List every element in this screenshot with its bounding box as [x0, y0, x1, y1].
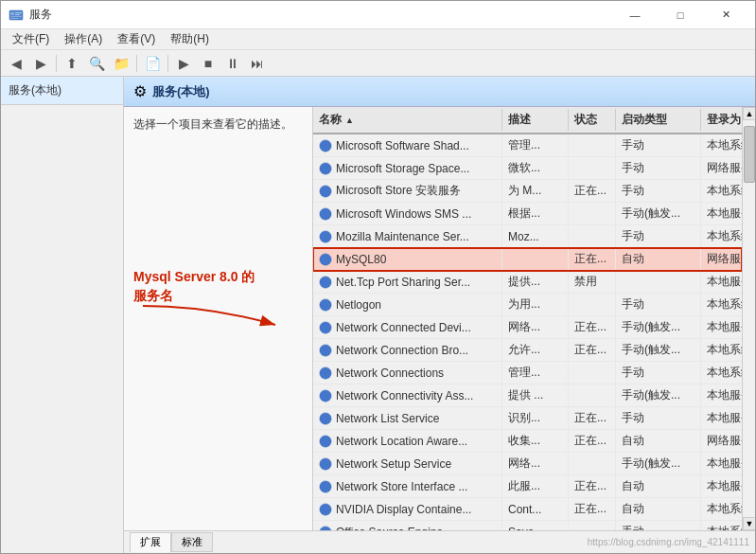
- service-login: 本地系统: [701, 498, 742, 520]
- col-desc[interactable]: 描述: [502, 109, 569, 131]
- title-bar-left: 服务: [9, 7, 52, 23]
- table-row[interactable]: Network Connectivity Ass...提供 ...手动(触发..…: [313, 384, 742, 407]
- service-desc: 根据...: [502, 203, 569, 224]
- back-button[interactable]: ◀: [5, 53, 27, 74]
- service-icon: [319, 503, 332, 516]
- pause-button[interactable]: ⏸: [221, 53, 244, 74]
- service-status: [569, 203, 616, 224]
- search-button[interactable]: 🔍: [85, 53, 108, 74]
- forward-button[interactable]: ▶: [29, 53, 52, 74]
- service-login: 本地系统: [701, 180, 742, 202]
- service-name: Microsoft Store 安装服务: [313, 180, 502, 202]
- table-row[interactable]: Network Connection Bro...允许...正在...手动(触发…: [313, 339, 742, 362]
- service-desc: Cont...: [502, 498, 569, 520]
- main-area: 服务(本地) ⚙ 服务(本地) 选择一个项目来查看它的描述。 Mysql Ser…: [1, 77, 755, 553]
- col-name[interactable]: 名称 ▲: [313, 109, 502, 131]
- service-status: 正在...: [569, 498, 616, 520]
- annotation-arrow: [133, 296, 285, 353]
- play-button[interactable]: ▶: [172, 53, 195, 74]
- col-startup[interactable]: 启动类型: [616, 109, 701, 131]
- service-name: Network Store Interface ...: [313, 475, 502, 497]
- table-body[interactable]: Microsoft Software Shad...管理...手动本地系统Mic…: [313, 134, 742, 530]
- table-row[interactable]: Network Connections管理...手动本地系统: [313, 362, 742, 384]
- table-row[interactable]: Mozilla Maintenance Ser...Moz...手动本地系统: [313, 225, 742, 248]
- col-status[interactable]: 状态: [569, 109, 616, 131]
- status-bar: 扩展标准 https://blog.csdnimg.cn/img_4214111…: [124, 530, 755, 553]
- restart-button[interactable]: ⏭: [246, 53, 269, 74]
- service-desc: 管理...: [502, 134, 569, 156]
- service-login: 本地系统: [701, 521, 742, 530]
- scrollbar-down[interactable]: ▼: [743, 517, 755, 530]
- service-startup: 手动: [616, 294, 701, 315]
- service-startup: [616, 271, 701, 293]
- service-startup: 手动: [616, 225, 701, 247]
- svg-point-12: [320, 253, 331, 264]
- service-status: 正在...: [569, 475, 616, 497]
- service-icon: [319, 276, 332, 289]
- properties-button[interactable]: 📄: [141, 53, 164, 74]
- table-row[interactable]: Net.Tcp Port Sharing Ser...提供...禁用本地服务: [313, 271, 742, 294]
- table-row[interactable]: Network List Service识别...正在...手动本地服务: [313, 407, 742, 430]
- menu-item[interactable]: 帮助(H): [163, 29, 217, 49]
- service-icon: [319, 139, 332, 152]
- status-tab-扩展[interactable]: 扩展: [130, 532, 171, 552]
- service-name: Office Source Engine: [313, 521, 502, 530]
- sidebar-item-local[interactable]: 服务(本地): [1, 77, 123, 105]
- minimize-button[interactable]: —: [613, 1, 657, 29]
- svg-rect-1: [10, 12, 14, 15]
- split-panel: 选择一个项目来查看它的描述。 Mysql Server 8.0 的 服务名: [124, 107, 755, 530]
- service-name: NVIDIA Display Containe...: [313, 498, 502, 520]
- up-button[interactable]: ⬆: [61, 53, 83, 74]
- menu-item[interactable]: 文件(F): [5, 29, 57, 49]
- stop-button[interactable]: ■: [197, 53, 220, 74]
- service-startup: 自动: [616, 498, 701, 520]
- service-name: Net.Tcp Port Sharing Ser...: [313, 271, 502, 293]
- annotation-line1: Mysql Server 8.0 的: [133, 268, 255, 287]
- col-login[interactable]: 登录为: [701, 109, 742, 131]
- table-row[interactable]: Network Setup Service网络...手动(触发...本地服务: [313, 453, 742, 475]
- service-desc: 管理...: [502, 362, 569, 384]
- maximize-button[interactable]: □: [659, 1, 702, 29]
- service-status: 正在...: [569, 316, 616, 338]
- service-login: 本地服务: [701, 384, 742, 406]
- folder-button[interactable]: 📁: [110, 53, 132, 74]
- table-row[interactable]: Microsoft Storage Space...微软...手动网络服务: [313, 157, 742, 180]
- svg-point-19: [320, 412, 331, 423]
- table-row[interactable]: Netlogon为用...手动本地系统: [313, 294, 742, 316]
- status-tabs: 扩展标准: [130, 532, 213, 552]
- service-startup: 自动: [616, 248, 701, 270]
- table-row[interactable]: Network Connected Devi...网络...正在...手动(触发…: [313, 316, 742, 339]
- table-row[interactable]: Microsoft Software Shad...管理...手动本地系统: [313, 134, 742, 157]
- scrollbar-thumb[interactable]: [744, 126, 755, 183]
- service-icon: [319, 321, 332, 334]
- table-row[interactable]: Network Location Aware...收集...正在...自动网络服…: [313, 430, 742, 453]
- svg-point-17: [320, 366, 331, 378]
- service-startup: 手动: [616, 157, 701, 179]
- table-row[interactable]: Microsoft Store 安装服务为 M...正在...手动本地系统: [313, 180, 742, 203]
- menu-item[interactable]: 操作(A): [57, 29, 110, 49]
- service-login: 网络服务: [701, 157, 742, 179]
- service-login: 本地服务: [701, 203, 742, 224]
- service-status: [569, 294, 616, 315]
- scrollbar[interactable]: ▲ ▼: [742, 107, 755, 530]
- service-name: Network Connection Bro...: [313, 339, 502, 361]
- table-row[interactable]: NVIDIA Display Containe...Cont...正在...自动…: [313, 498, 742, 521]
- table-row[interactable]: Network Store Interface ...此服...正在...自动本…: [313, 475, 742, 498]
- watermark: https://blog.csdnimg.cn/img_42141111: [588, 537, 749, 547]
- status-tab-标准[interactable]: 标准: [171, 532, 213, 552]
- table-row[interactable]: Microsoft Windows SMS ...根据...手动(触发...本地…: [313, 203, 742, 225]
- service-name: MySQL80: [313, 248, 502, 270]
- close-button[interactable]: ✕: [704, 1, 747, 29]
- scrollbar-up[interactable]: ▲: [743, 107, 755, 120]
- svg-point-15: [320, 321, 331, 332]
- menu-item[interactable]: 查看(V): [110, 29, 163, 49]
- service-status: 正在...: [569, 339, 616, 361]
- table-row[interactable]: Office Source EngineSave...手动本地系统: [313, 521, 742, 530]
- service-login: 网络服务: [701, 248, 742, 270]
- table-row[interactable]: MySQL80正在...自动网络服务: [313, 248, 742, 271]
- service-startup: 手动(触发...: [616, 384, 701, 406]
- main-window: 服务 — □ ✕ 文件(F)操作(A)查看(V)帮助(H) ◀ ▶ ⬆ 🔍 📁 …: [0, 0, 756, 554]
- service-status: [569, 157, 616, 179]
- service-icon: [319, 366, 332, 380]
- service-name: Microsoft Storage Space...: [313, 157, 502, 179]
